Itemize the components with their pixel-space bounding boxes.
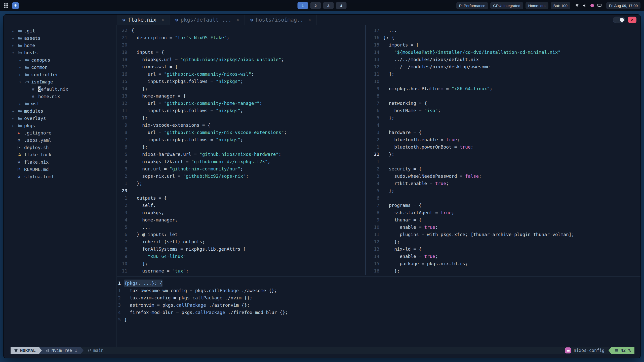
- code-text: nix-ld = {: [383, 245, 422, 253]
- toggle-switch[interactable]: [613, 17, 625, 23]
- line-number: 8: [369, 209, 379, 216]
- tree-item-stylua-toml[interactable]: ⚙stylua.toml: [12, 173, 116, 180]
- tab-close-icon[interactable]: ×: [308, 17, 311, 22]
- code-text: {: [131, 27, 134, 34]
- folder-icon: [25, 58, 31, 62]
- workspace-button-4[interactable]: 4: [336, 2, 347, 9]
- folder-icon: [18, 43, 24, 48]
- tab-close-icon[interactable]: ×: [162, 17, 164, 22]
- code-line: 9 thunar = {: [369, 216, 640, 223]
- tree-item-readme-md[interactable]: MREADME.md: [12, 166, 116, 173]
- tree-item-default-nix[interactable]: ❄default.nix: [12, 85, 116, 93]
- chevron-right-icon: ▸: [12, 116, 18, 120]
- code-text: enable = true;: [383, 253, 438, 260]
- code-line: 14 "${modulesPath}/installer/cd-dvd/inst…: [369, 49, 640, 56]
- status-pills: P: PerformanceGPU: IntegratedHome: outBa…: [456, 2, 570, 9]
- tree-item-controller[interactable]: ▸controller: [12, 71, 116, 78]
- line-number: 16: [369, 34, 379, 41]
- line-number: 9: [369, 85, 379, 92]
- tree-item-label: hosts: [24, 50, 38, 55]
- editor-pane-iso-image[interactable]: 17 ...16}: {15 imports = [14 "${modulesP…: [366, 25, 640, 275]
- tab-close-icon[interactable]: ×: [236, 17, 239, 22]
- line-number: 22: [117, 27, 127, 34]
- display-icon[interactable]: [597, 3, 602, 8]
- tree-item-label: common: [31, 65, 48, 70]
- line-number: 4: [369, 180, 379, 187]
- wifi-icon[interactable]: [575, 3, 579, 8]
- code-line: 6 };: [117, 143, 365, 151]
- tree-item-wsl[interactable]: ▸wsl: [12, 100, 116, 107]
- code-line: 5 };: [369, 187, 640, 194]
- line-number: 18: [117, 56, 127, 63]
- tree-item-hosts[interactable]: ▾hosts: [12, 49, 116, 56]
- code-text: nixpkgs.url = "github:nixos/nixpkgs/nixo…: [131, 56, 284, 63]
- workspace-button-3[interactable]: 3: [323, 2, 334, 9]
- code-line: 12 ../../modules/nixos/desktop/awesome: [369, 63, 640, 70]
- editor-pane-pkgs-default[interactable]: 1{pkgs, ...}: {1 tux-awesome-wm-config =…: [117, 278, 640, 347]
- file-tree[interactable]: ▸.git▸assets▸home▾hosts▸canopus▸common▸c…: [4, 25, 117, 347]
- launcher-icon[interactable]: ❄: [12, 2, 19, 9]
- line-number: 6: [369, 194, 379, 202]
- volume-icon[interactable]: [583, 3, 587, 8]
- code-line: 15 imports = [: [369, 41, 640, 49]
- tree-item-label: wsl: [31, 101, 39, 106]
- tree-item-label: controller: [31, 72, 58, 77]
- workspace-button-2[interactable]: 2: [310, 2, 321, 9]
- terminal-window: ❄flake.nix×❄pkgs/default ...×❄hosts/isoI…: [4, 15, 640, 358]
- code-text: nixpkgs-f2k.url = "github:moni-dz/nixpkg…: [131, 158, 270, 165]
- tree-item-deploy-sh[interactable]: >_deploy.sh: [12, 144, 116, 151]
- line-number: 13: [117, 92, 127, 100]
- code-line: 11 username = "tux";: [117, 267, 365, 275]
- tree-item-canopus[interactable]: ▸canopus: [12, 56, 116, 64]
- code-line: 13 nix-ld = {: [369, 245, 640, 253]
- code-text: package = pkgs.nix-ld-rs;: [383, 260, 468, 267]
- code-line: 3 hardware = {: [369, 129, 640, 136]
- tree-item--sops-yaml[interactable]: ⚙.sops.yaml: [12, 137, 116, 144]
- line-number: 5: [117, 316, 121, 323]
- tab-pkgs-default-[interactable]: ❄pkgs/default ...×: [170, 15, 245, 25]
- record-icon[interactable]: [590, 4, 594, 7]
- tab-hosts-isoimag-[interactable]: ❄hosts/isoImag..×: [245, 15, 317, 25]
- tab-flake-nix[interactable]: ❄flake.nix×: [117, 15, 170, 25]
- buffer-indicator[interactable]: NvimTree_1: [42, 347, 80, 354]
- tree-item-assets[interactable]: ▸assets: [12, 34, 116, 42]
- editor-pane-flake-nix[interactable]: 22{21 description = "tux's NixOS Flake";…: [117, 25, 365, 275]
- code-line: 6 hostName = "iso";: [369, 107, 640, 114]
- code-text: hostName = "iso";: [383, 107, 441, 114]
- project-folder-icon: [565, 347, 571, 353]
- chevron-right-icon: ▸: [12, 43, 18, 48]
- line-number: 2: [369, 136, 379, 143]
- tree-item-label: modules: [24, 108, 43, 114]
- line-number: 8: [369, 92, 379, 100]
- apps-grid-icon[interactable]: [4, 3, 9, 8]
- tree-item-pkgs[interactable]: ▸pkgs: [12, 122, 116, 129]
- line-number: 7: [369, 100, 379, 107]
- line-number: 1: [117, 280, 121, 287]
- line-number: 4: [369, 121, 379, 129]
- toml-icon: ⚙: [18, 174, 24, 179]
- tree-item-flake-nix[interactable]: ❄flake.nix: [12, 158, 116, 166]
- tree-item-home[interactable]: ▸home: [12, 42, 116, 49]
- workspace-button-1[interactable]: 1: [298, 2, 308, 9]
- statusline: NORMAL NvimTree_1 main nixos-config 42 %: [11, 347, 634, 354]
- folder-icon: [18, 123, 24, 128]
- tree-item--gitignore[interactable]: ◆.gitignore: [12, 129, 116, 137]
- tree-item-common[interactable]: ▸common: [12, 64, 116, 71]
- tree-item-modules[interactable]: ▸modules: [12, 107, 116, 115]
- code-text: nixos-hardware.url = "github:nixos/nixos…: [131, 151, 281, 158]
- tree-item-isoimage[interactable]: ▾isoImage: [12, 78, 116, 85]
- code-text: ...: [383, 27, 397, 34]
- tree-item--git[interactable]: ▸.git: [12, 27, 116, 34]
- line-number: 8: [117, 245, 127, 253]
- close-button[interactable]: ×: [628, 17, 636, 23]
- tree-item-home-nix[interactable]: ❄home.nix: [12, 93, 116, 100]
- code-text: };: [131, 114, 148, 121]
- code-line: 14 enable = true;: [369, 253, 640, 260]
- folder-icon: [18, 116, 24, 120]
- tree-item-overlays[interactable]: ▸overlays: [12, 115, 116, 122]
- tree-item-flake-lock[interactable]: flake.lock: [12, 151, 116, 158]
- code-text: "${modulesPath}/installer/cd-dvd/install…: [383, 49, 560, 56]
- folder-icon: [25, 102, 31, 106]
- line-number: 2: [117, 294, 121, 301]
- nix-icon: ❄: [175, 17, 178, 23]
